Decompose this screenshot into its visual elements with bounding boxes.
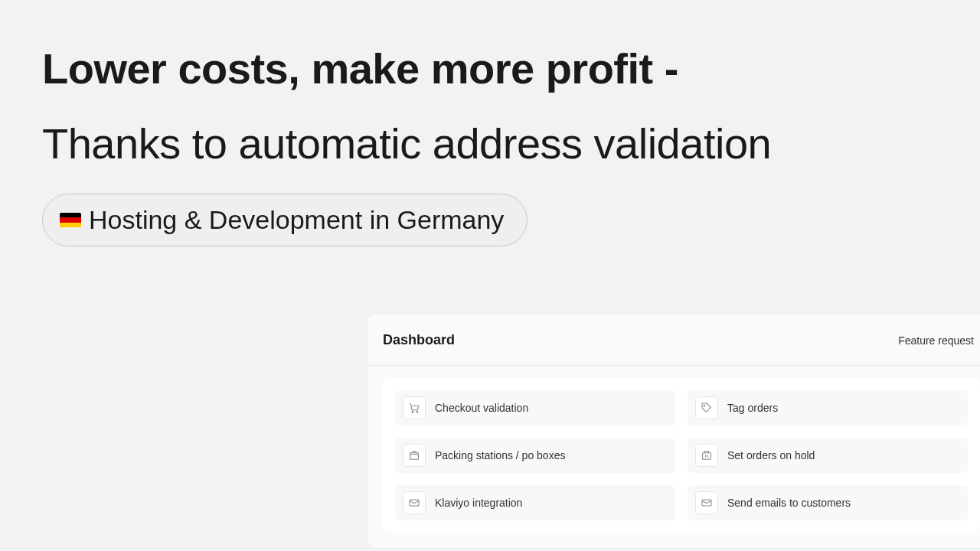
badge-text: Hosting & Development in Germany: [89, 205, 504, 235]
svg-point-0: [412, 411, 413, 412]
hold-icon: [695, 444, 718, 467]
item-label: Klaviyo integration: [435, 497, 522, 509]
hero-subtitle: Thanks to automatic address validation: [42, 117, 938, 171]
germany-flag-icon: [60, 213, 81, 228]
svg-rect-3: [410, 453, 419, 460]
dashboard-body: Checkout validation Tag orders Packing s…: [383, 378, 980, 533]
item-klaviyo-integration[interactable]: Klaviyo integration: [395, 485, 675, 520]
package-icon: [403, 444, 426, 467]
svg-rect-6: [702, 500, 711, 506]
item-tag-orders[interactable]: Tag orders: [688, 390, 968, 425]
feature-request-link[interactable]: Feature request: [898, 334, 974, 347]
svg-point-1: [416, 411, 418, 412]
item-packing-stations[interactable]: Packing stations / po boxes: [395, 438, 675, 473]
item-label: Tag orders: [727, 402, 778, 414]
item-label: Send emails to customers: [727, 497, 851, 509]
item-label: Checkout validation: [435, 402, 528, 414]
dashboard-grid: Checkout validation Tag orders Packing s…: [395, 390, 968, 520]
svg-rect-5: [410, 500, 419, 506]
hosting-badge: Hosting & Development in Germany: [42, 194, 528, 246]
cart-icon: [403, 396, 426, 419]
dashboard-card: Dashboard Feature request Checkout valid…: [368, 314, 980, 548]
hero-section: Lower costs, make more profit - Thanks t…: [0, 0, 980, 246]
item-set-orders-hold[interactable]: Set orders on hold: [688, 438, 968, 473]
item-send-emails[interactable]: Send emails to customers: [688, 485, 968, 520]
tag-icon: [695, 396, 718, 419]
dashboard-title: Dashboard: [383, 332, 455, 348]
mail-icon: [695, 491, 718, 514]
item-label: Packing stations / po boxes: [435, 449, 565, 461]
dashboard-header: Dashboard Feature request: [368, 314, 980, 366]
svg-point-2: [704, 405, 705, 406]
item-label: Set orders on hold: [727, 449, 815, 461]
item-checkout-validation[interactable]: Checkout validation: [395, 390, 675, 425]
mail-icon: [403, 491, 426, 514]
hero-title: Lower costs, make more profit -: [42, 42, 938, 96]
svg-rect-4: [703, 453, 711, 460]
